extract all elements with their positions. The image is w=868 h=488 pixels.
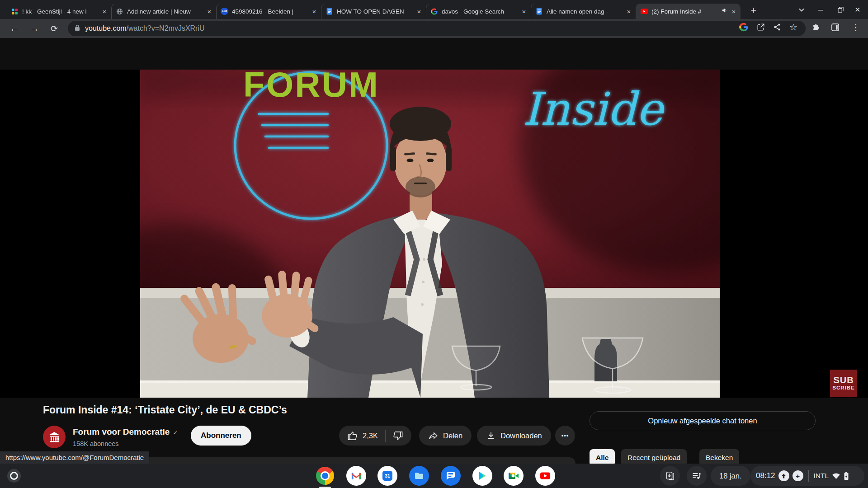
window-minimize-button[interactable]: – (813, 3, 828, 16)
like-dislike-pill: 2,3K (339, 426, 411, 446)
subscribe-button[interactable]: Abonneren (191, 426, 251, 446)
screen: ! kk - GeenStijl - 4 new i × Add new art… (0, 0, 868, 488)
window-close-button[interactable]: × (850, 3, 865, 16)
anp-icon: ANP (221, 8, 228, 15)
tab-title: Add new article | Nieuw (127, 8, 205, 15)
launcher-button[interactable] (7, 469, 21, 483)
tab-close-icon[interactable]: × (310, 7, 318, 15)
youtube-app-icon (540, 472, 551, 480)
back-button[interactable]: ← (6, 19, 23, 38)
video-title: Forum Inside #14: ‘Tristate City’, de EU… (43, 404, 287, 416)
tab-close-icon[interactable]: × (205, 7, 213, 15)
browser-tab-forum-inside-active[interactable]: (2) Forum Inside # × (636, 4, 741, 19)
subscribe-watermark[interactable]: SUB SCRIBE (830, 370, 857, 397)
share-icon[interactable] (771, 21, 783, 33)
split-screen-icon[interactable] (829, 21, 841, 33)
shelf-app-chrome[interactable] (315, 466, 335, 486)
forward-button[interactable]: → (26, 19, 42, 38)
window-restore-button[interactable] (833, 3, 848, 16)
bookmark-star-icon[interactable]: ☆ (788, 21, 799, 33)
google-docs-icon (326, 8, 333, 15)
tab-close-icon[interactable]: × (625, 7, 633, 15)
download-label: Downloaden (500, 432, 542, 440)
share-arrow-icon (428, 431, 439, 441)
chromeos-shelf: 31 18 jan. 08:12 + (0, 464, 868, 488)
browser-toolbar: ← → ⟳ youtube.com/watch?v=N2mvJsXRriU ☆ … (0, 19, 868, 38)
shelf-app-files[interactable] (409, 466, 429, 486)
show-chat-replay-button[interactable]: Opnieuw afgespeelde chat tonen (590, 411, 816, 430)
tab-title: ! kk - GeenStijl - 4 new i (22, 8, 100, 15)
tab-title: davos - Google Search (442, 8, 520, 15)
screen-capture-tray-button[interactable] (660, 466, 680, 486)
browser-tab-davos-search[interactable]: davos - Google Search × (426, 4, 531, 19)
browser-tab-alle-namen[interactable]: Alle namen open dag - × (531, 4, 636, 19)
tab-close-icon[interactable]: × (415, 7, 423, 15)
queue-music-icon (692, 471, 702, 481)
browser-tab-strip: ! kk - GeenStijl - 4 new i × Add new art… (0, 0, 868, 19)
tab-title: HOW TO OPEN DAGEN (337, 8, 415, 15)
browser-menu-kebab-icon[interactable]: ⋮ (850, 21, 862, 33)
tab-close-icon[interactable]: × (100, 7, 108, 15)
neon-forum-text: FORUM (243, 70, 379, 104)
add-note-icon: + (793, 470, 803, 481)
tab-search-chevron-icon[interactable] (796, 5, 807, 15)
browser-tab-geenstijl[interactable]: ! kk - GeenStijl - 4 new i × (6, 4, 111, 19)
youtube-header: Premium NL forum inside × 2 R (0, 38, 868, 70)
globe-icon (116, 8, 123, 15)
thumbs-up-icon[interactable] (347, 431, 358, 441)
url-host: youtube.com (85, 24, 127, 33)
verified-badge-icon: ✓ (173, 429, 178, 436)
browser-tabs: ! kk - GeenStijl - 4 new i × Add new art… (6, 4, 741, 19)
channel-name[interactable]: Forum voor Democratie✓ (73, 427, 178, 437)
shelf-app-calendar[interactable]: 31 (377, 466, 397, 486)
clock: 08:12 (756, 471, 775, 480)
tab-title: Alle namen open dag - (547, 8, 625, 15)
share-button[interactable]: Delen (419, 426, 472, 446)
browser-tab-how-to-open[interactable]: HOW TO OPEN DAGEN × (321, 4, 426, 19)
thumbs-down-icon[interactable] (387, 426, 411, 446)
google-icon (430, 8, 438, 15)
launcher-icon (10, 472, 18, 480)
meet-icon (508, 472, 519, 480)
address-bar[interactable]: youtube.com/watch?v=N2mvJsXRriU (68, 21, 806, 36)
extensions-puzzle-icon[interactable] (810, 21, 822, 33)
google-account-icon[interactable] (738, 21, 750, 33)
open-in-new-icon[interactable] (755, 21, 767, 33)
new-tab-button[interactable]: + (747, 4, 760, 17)
lock-icon (74, 24, 80, 33)
shelf-app-gmail[interactable] (346, 466, 366, 486)
more-actions-button[interactable]: ••• (555, 426, 575, 446)
media-controls-tray-button[interactable] (687, 466, 707, 486)
status-tray[interactable]: 08:12 + INTL (750, 466, 864, 486)
play-store-icon (478, 471, 487, 481)
neon-inside-text: Inside (523, 83, 665, 136)
gmail-icon (351, 472, 361, 480)
shelf-app-play-store[interactable] (472, 466, 492, 486)
browser-tab-anp-beelden[interactable]: ANP 459809216 - Beelden | × (216, 4, 321, 19)
video-player[interactable]: FORUM Inside (0, 70, 868, 398)
tab-audio-icon[interactable] (722, 7, 728, 15)
shelf-date[interactable]: 18 jan. (711, 466, 750, 486)
shelf-app-meet[interactable] (504, 466, 524, 486)
status-bar-link: https://www.youtube.com/@ForumDemocratie (0, 451, 149, 464)
video-still: FORUM Inside (140, 70, 720, 398)
download-icon (486, 431, 496, 441)
browser-tab-add-article[interactable]: Add new article | Nieuw × (111, 4, 216, 19)
reload-button[interactable]: ⟳ (46, 19, 62, 38)
like-count[interactable]: 2,3K (363, 432, 378, 440)
google-docs-icon (535, 8, 543, 15)
capture-icon (665, 471, 675, 481)
update-available-icon (778, 470, 789, 481)
battery-charging-icon (844, 471, 849, 480)
download-button[interactable]: Downloaden (477, 426, 551, 446)
tray-divider (808, 470, 809, 482)
shelf-app-youtube[interactable] (535, 466, 555, 486)
temple-logo-icon (48, 431, 61, 443)
video-frame[interactable]: FORUM Inside (140, 70, 720, 398)
tab-close-icon[interactable]: × (730, 7, 738, 15)
share-label: Delen (443, 432, 462, 440)
tab-close-icon[interactable]: × (520, 7, 528, 15)
slack-icon (11, 8, 19, 15)
shelf-app-messages[interactable] (441, 466, 461, 486)
channel-avatar[interactable] (43, 426, 66, 448)
